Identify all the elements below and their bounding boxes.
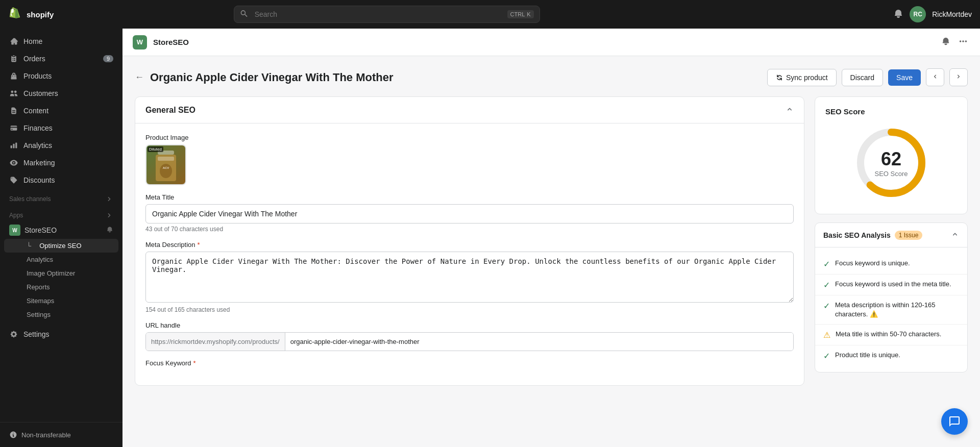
shopify-brand-name: shopify	[27, 10, 54, 19]
meta-title-field: Meta Title 43 out of 70 characters used	[145, 193, 794, 233]
analysis-text-2: Meta description is within 120-165 chara…	[835, 301, 959, 319]
chevron-left-icon	[932, 73, 939, 80]
meta-title-input[interactable]	[145, 204, 794, 224]
customers-icon	[9, 89, 18, 98]
sidebar-item-label: Discounts	[23, 176, 55, 184]
sub-item-label: Sitemaps	[27, 297, 54, 305]
sidebar-item-label: Finances	[23, 124, 53, 132]
sidebar-item-discounts[interactable]: Discounts	[4, 171, 118, 189]
analysis-text-4: Product title is unique.	[835, 351, 900, 360]
save-button[interactable]: Save	[888, 69, 921, 86]
products-icon	[9, 71, 18, 81]
meta-description-textarea[interactable]	[145, 252, 794, 303]
analysis-item-2: ✓ Meta description is within 120-165 cha…	[815, 295, 967, 325]
chat-button[interactable]	[941, 408, 968, 435]
svg-text:ACV: ACV	[163, 166, 169, 169]
sidebar-sub-sitemaps[interactable]: Sitemaps	[4, 294, 118, 308]
meta-title-hint: 43 out of 70 characters used	[145, 226, 794, 233]
sidebar-app-storeseo[interactable]: W StoreSEO	[4, 221, 118, 239]
sidebar-item-marketing[interactable]: Marketing	[4, 154, 118, 171]
notification-bell-icon[interactable]	[893, 9, 903, 20]
topbar: shopify CTRLK RC RickMortdev	[0, 0, 980, 29]
page-header: ← Organic Apple Cider Vinegar With The M…	[135, 68, 968, 86]
non-transferable-label: Non-transferable	[21, 431, 71, 439]
sidebar-sub-image-optimizer[interactable]: Image Optimizer	[4, 266, 118, 280]
page-content: ← Organic Apple Cider Vinegar With The M…	[122, 56, 980, 447]
analysis-body: ✓ Focus keyword is unique. ✓ Focus keywo…	[815, 247, 967, 372]
focus-keyword-label: Focus Keyword *	[145, 359, 794, 367]
home-icon	[9, 37, 18, 46]
sidebar-item-home[interactable]: Home	[4, 33, 118, 50]
shopify-logo: shopify	[8, 7, 54, 21]
meta-description-field: Meta Description * 154 out of 165 charac…	[145, 241, 794, 313]
two-col-layout: General SEO Product Image	[135, 96, 968, 394]
sidebar-item-label: Customers	[23, 89, 58, 97]
app-bell-icon[interactable]	[939, 35, 952, 49]
discounts-icon	[9, 176, 18, 185]
general-seo-header: General SEO	[135, 97, 804, 123]
check-icon: ✓	[823, 259, 830, 269]
sidebar-item-analytics[interactable]: Analytics	[4, 137, 118, 154]
required-indicator-fk: *	[193, 359, 196, 367]
sidebar-sub-optimize-seo[interactable]: └ Optimize SEO	[4, 239, 118, 253]
analysis-text-1: Focus keyword is used in the meta title.	[835, 280, 951, 289]
sidebar: Home Orders 9 Products Customers	[0, 29, 122, 447]
app-header: W StoreSEO	[122, 29, 980, 56]
storeseo-label: StoreSEO	[24, 226, 57, 234]
prev-button[interactable]	[926, 68, 944, 86]
analysis-item-3: ⚠ Meta title is within 50-70 characters.	[815, 325, 967, 345]
sidebar-item-label: Orders	[23, 55, 45, 63]
app-bell-icon	[106, 226, 113, 235]
basic-seo-analysis-card: Basic SEO Analysis 1 Issue ✓ Focus keywo…	[815, 222, 968, 373]
avatar[interactable]: RC	[910, 6, 926, 22]
collapse-icon[interactable]	[786, 105, 794, 115]
topbar-right: RC RickMortdev	[893, 6, 972, 22]
search-bar[interactable]: CTRLK	[234, 6, 540, 23]
general-seo-body: Product Image Diluted	[135, 123, 804, 385]
sidebar-sub-settings[interactable]: Settings	[4, 308, 118, 321]
sidebar-item-products[interactable]: Products	[4, 67, 118, 85]
meta-description-label: Meta Description *	[145, 241, 794, 249]
sync-icon	[776, 74, 783, 81]
url-handle-label: URL handle	[145, 321, 794, 329]
sub-item-label: Image Optimizer	[27, 269, 75, 277]
sidebar-item-orders[interactable]: Orders 9	[4, 50, 118, 67]
sub-item-label: Optimize SEO	[39, 242, 81, 250]
sidebar-sub-analytics[interactable]: Analytics	[4, 253, 118, 266]
issue-badge: 1 Issue	[895, 231, 923, 240]
page-actions: Sync product Discard Save	[767, 68, 968, 86]
check-icon: ✓	[823, 351, 830, 361]
search-input[interactable]	[234, 6, 540, 23]
orders-badge: 9	[103, 55, 113, 62]
analysis-text-3: Meta title is within 50-70 characters.	[836, 330, 941, 339]
product-image-label: Product Image	[145, 134, 794, 141]
sidebar-item-finances[interactable]: Finances	[4, 119, 118, 137]
sidebar-item-settings[interactable]: Settings	[4, 326, 118, 343]
sidebar-item-content[interactable]: Content	[4, 102, 118, 119]
seo-donut-chart: 62 SEO Score	[850, 122, 932, 204]
url-value-input[interactable]	[285, 333, 793, 351]
app-logo-icon: W	[133, 35, 147, 49]
next-button[interactable]	[949, 68, 968, 86]
discard-button[interactable]: Discard	[842, 69, 883, 86]
marketing-icon	[9, 158, 18, 167]
sidebar-sub-reports[interactable]: Reports	[4, 280, 118, 294]
storeseo-icon: W	[9, 225, 20, 236]
sidebar-item-label: Analytics	[23, 141, 52, 150]
meta-title-label: Meta Title	[145, 193, 794, 201]
analysis-collapse-icon[interactable]	[951, 230, 959, 240]
meta-description-hint: 154 out of 165 characters used	[145, 306, 794, 313]
chevron-right-icon	[955, 73, 962, 80]
product-image[interactable]: Diluted	[145, 144, 186, 185]
seo-score-title: SEO Score	[825, 107, 865, 116]
sidebar-item-label: Content	[23, 107, 48, 115]
sub-item-label: Analytics	[27, 256, 53, 263]
seo-score-card: SEO Score 62	[815, 96, 968, 214]
sidebar-item-customers[interactable]: Customers	[4, 85, 118, 102]
analysis-item-4: ✓ Product title is unique.	[815, 345, 967, 366]
back-button[interactable]: ←	[135, 72, 144, 83]
analysis-header-left: Basic SEO Analysis 1 Issue	[823, 231, 922, 240]
app-more-icon[interactable]	[957, 35, 970, 49]
general-seo-title: General SEO	[145, 106, 195, 115]
sync-product-button[interactable]: Sync product	[767, 69, 837, 86]
